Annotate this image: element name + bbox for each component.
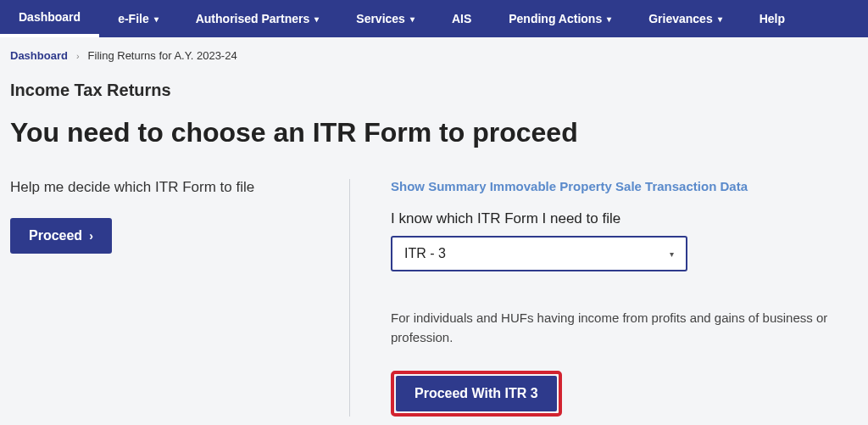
chevron-right-icon: › [89, 229, 93, 243]
itr-description: For individuals and HUFs having income f… [391, 309, 858, 347]
chevron-right-icon: › [76, 51, 80, 61]
itr-form-select[interactable]: ITR - 3 ▾ [391, 236, 687, 271]
proceed-button-label: Proceed [29, 228, 82, 243]
itr-select-value: ITR - 3 [404, 246, 446, 261]
help-decide-text: Help me decide which ITR Form to file [10, 179, 324, 196]
chevron-down-icon: ▾ [154, 14, 159, 24]
show-summary-link[interactable]: Show Summary Immovable Property Sale Tra… [391, 179, 748, 193]
nav-item-grievances[interactable]: Grievances▾ [630, 0, 741, 37]
nav-item-label: Help [760, 12, 785, 25]
breadcrumb: Dashboard › Filing Returns for A.Y. 2023… [0, 37, 868, 69]
nav-item-services[interactable]: Services▾ [337, 0, 433, 37]
nav-item-label: Authorised Partners [196, 12, 310, 25]
nav-item-dashboard[interactable]: Dashboard [0, 0, 99, 37]
nav-item-label: Pending Actions [509, 12, 602, 25]
proceed-with-itr-button[interactable]: Proceed With ITR 3 [396, 376, 557, 411]
chevron-down-icon: ▾ [410, 14, 415, 24]
breadcrumb-root[interactable]: Dashboard [10, 49, 68, 62]
two-column-layout: Help me decide which ITR Form to file Pr… [10, 179, 858, 417]
main-content: Income Tax Returns You need to choose an… [0, 69, 868, 417]
nav-item-pending-actions[interactable]: Pending Actions▾ [490, 0, 630, 37]
top-navbar: Dashboarde-File▾Authorised Partners▾Serv… [0, 0, 868, 37]
caret-down-icon: ▾ [670, 249, 674, 259]
nav-item-e-file[interactable]: e-File▾ [99, 0, 177, 37]
highlight-box: Proceed With ITR 3 [391, 371, 562, 417]
chevron-down-icon: ▾ [314, 14, 319, 24]
proceed-button[interactable]: Proceed › [10, 218, 112, 254]
nav-item-help[interactable]: Help [741, 0, 804, 37]
nav-item-label: AIS [452, 12, 471, 25]
breadcrumb-current: Filing Returns for A.Y. 2023-24 [88, 49, 237, 62]
nav-item-authorised-partners[interactable]: Authorised Partners▾ [177, 0, 338, 37]
nav-item-label: Dashboard [19, 10, 81, 24]
right-column: Show Summary Immovable Property Sale Tra… [350, 179, 858, 417]
know-itr-label: I know which ITR Form I need to file [391, 210, 858, 227]
nav-item-label: Services [356, 12, 405, 25]
section-label: Income Tax Returns [10, 81, 858, 100]
nav-item-label: e-File [118, 12, 149, 25]
chevron-down-icon: ▾ [607, 14, 611, 24]
chevron-down-icon: ▾ [718, 14, 722, 24]
page-title: You need to choose an ITR Form to procee… [10, 117, 858, 148]
nav-item-label: Grievances [648, 12, 713, 25]
left-column: Help me decide which ITR Form to file Pr… [10, 179, 349, 254]
nav-item-ais[interactable]: AIS [433, 0, 490, 37]
